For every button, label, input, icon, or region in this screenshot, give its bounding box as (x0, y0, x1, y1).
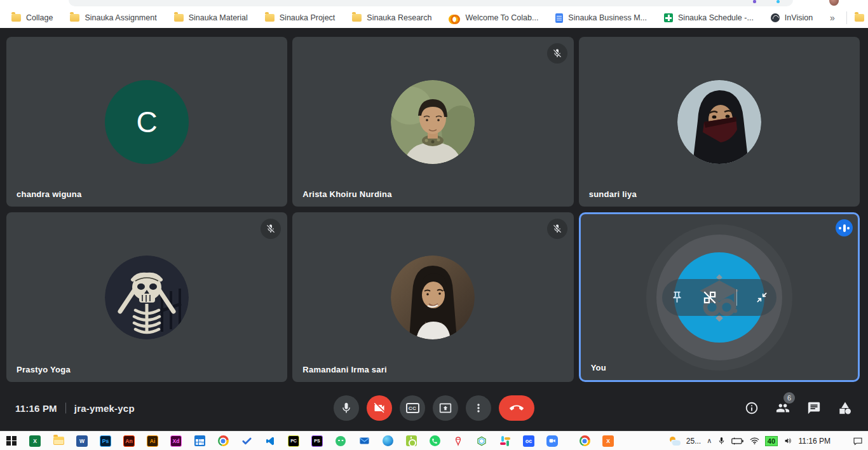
hexagon-app-icon[interactable] (475, 435, 488, 447)
folder-icon (70, 14, 79, 22)
animate-icon[interactable]: An (123, 435, 135, 447)
volume-icon[interactable] (783, 437, 793, 445)
google-meet-stage: C chandra wiguna (0, 28, 868, 431)
android-icon[interactable] (334, 435, 347, 447)
taskbar-clock[interactable]: 11:16 PM (799, 437, 831, 446)
action-center-icon[interactable] (853, 437, 863, 446)
address-bar-sliver[interactable] (69, 0, 793, 6)
bookmark-sinauka-project[interactable]: Sinauka Project (265, 13, 336, 22)
mic-button[interactable] (334, 395, 359, 421)
google-docs-icon (555, 13, 563, 23)
folder-icon (174, 14, 184, 22)
participants-button[interactable]: 6 (775, 400, 790, 416)
cc-icon: CC (406, 403, 419, 413)
calendar-icon[interactable] (193, 435, 206, 447)
tray-expand-chevron-icon[interactable]: ∧ (707, 437, 712, 445)
extension-icon[interactable] (776, 0, 780, 3)
avatar-wrap (292, 37, 573, 207)
participant-tile-arista-khoiru-nurdina[interactable]: Arista Khoiru Nurdina (292, 37, 573, 207)
adobe-xd-icon[interactable]: Xd (170, 435, 182, 447)
participant-name: You (591, 363, 606, 372)
participant-tile-sundari-liya[interactable]: sundari liya (579, 37, 860, 207)
mail-icon[interactable] (358, 435, 370, 447)
weather-temp[interactable]: 25... (686, 437, 701, 446)
file-explorer-icon[interactable] (52, 435, 65, 447)
weather-icon[interactable] (669, 437, 681, 446)
slack-icon[interactable] (499, 435, 512, 447)
meeting-details-button[interactable] (744, 400, 759, 416)
other-bookmarks-button[interactable]: Other bookmarks (855, 13, 868, 22)
bookmark-sinauka-material[interactable]: Sinauka Material (174, 13, 248, 22)
participant-name: sundari liya (589, 189, 637, 199)
participant-tile-ramandani-irma-sari[interactable]: Ramandani Irma sari (292, 212, 573, 382)
zoom-app-icon[interactable] (546, 435, 559, 447)
edge-icon[interactable] (381, 435, 394, 447)
pin-icon[interactable] (670, 290, 684, 304)
more-options-button[interactable] (466, 395, 491, 421)
chrome-icon[interactable] (217, 435, 229, 447)
bookmark-label: InVision (785, 13, 813, 22)
activities-button[interactable] (837, 400, 853, 416)
start-button-icon[interactable] (5, 435, 18, 447)
participant-tile-prastyo-yoga[interactable]: Prastyo Yoga (6, 212, 287, 382)
bookmark-label: Sinauka Material (189, 13, 248, 22)
browser-profile-avatar[interactable] (829, 0, 839, 6)
bookmark-sinauka-schedule[interactable]: Sinauka Schedule -... (664, 13, 754, 22)
extension-icon[interactable] (753, 0, 756, 3)
bookmark-welcome-to-colab[interactable]: Welcome To Colab... (449, 13, 538, 22)
xampp-icon[interactable]: X (602, 435, 614, 447)
todo-check-icon[interactable] (240, 435, 253, 447)
remove-tile-icon[interactable] (702, 289, 718, 306)
whatsapp-icon[interactable] (428, 435, 441, 447)
divider (65, 403, 66, 414)
bookmark-sinauka-assignment[interactable]: Sinauka Assignment (70, 13, 156, 22)
mic-muted-icon (547, 219, 567, 239)
participant-grid: C chandra wiguna (6, 37, 860, 382)
pycharm-icon[interactable]: PC (287, 435, 300, 447)
droidcam-icon[interactable] (405, 435, 417, 447)
oc-app-icon[interactable]: oc (522, 435, 535, 447)
leave-call-button[interactable] (499, 395, 534, 421)
bookmark-sinauka-research[interactable]: Sinauka Research (352, 13, 431, 22)
bookmark-label: Sinauka Assignment (85, 13, 156, 22)
bookmarks-overflow-chevron[interactable]: » (830, 13, 835, 23)
phpstorm-icon[interactable]: PS (311, 435, 323, 447)
minimize-tile-icon[interactable] (756, 291, 768, 304)
battery-charging-icon[interactable] (731, 437, 744, 446)
tray-mic-icon[interactable] (717, 437, 726, 445)
bookmark-collage[interactable]: Collage (11, 13, 53, 22)
coreldraw-icon[interactable] (452, 435, 465, 447)
participant-photo (391, 80, 475, 164)
participant-tile-chandra-wiguna[interactable]: C chandra wiguna (6, 37, 287, 207)
participant-name: Prastyo Yoga (17, 365, 71, 374)
letter-avatar: C (105, 80, 189, 164)
chat-button[interactable] (806, 400, 822, 416)
chrome-tray-icon[interactable] (578, 435, 591, 447)
bookmark-invision[interactable]: InVision (771, 13, 813, 22)
word-icon[interactable]: W (76, 435, 88, 447)
wifi-icon[interactable] (750, 437, 759, 445)
pill-divider (736, 289, 738, 306)
battery-percent-badge[interactable]: 40 (765, 436, 777, 446)
colab-icon (449, 14, 460, 22)
excel-icon[interactable]: X (29, 435, 41, 447)
clock-text: 11:16 PM (15, 403, 57, 414)
participant-photo (391, 256, 475, 339)
tile-options-overlay (662, 279, 776, 316)
avatar-wrap (579, 37, 860, 207)
meeting-code[interactable]: jra-ymek-ycp (74, 403, 135, 414)
camera-off-button[interactable] (367, 395, 392, 421)
participant-photo (105, 256, 189, 339)
photoshop-icon[interactable]: Ps (99, 435, 112, 447)
present-button[interactable] (433, 395, 458, 421)
participant-tile-you[interactable]: You (579, 212, 860, 382)
bookmark-label: Sinauka Research (367, 13, 431, 22)
participant-count-badge: 6 (783, 392, 795, 404)
folder-icon (855, 14, 864, 22)
bookmark-sinauka-business[interactable]: Sinauka Business M... (555, 13, 647, 23)
captions-button[interactable]: CC (400, 395, 425, 421)
bookmark-label: Sinauka Business M... (568, 13, 647, 22)
bookmarks-bar: Collage Sinauka Assignment Sinauka Mater… (0, 8, 868, 28)
illustrator-icon[interactable]: Ai (146, 435, 159, 447)
vscode-icon[interactable] (264, 435, 276, 447)
